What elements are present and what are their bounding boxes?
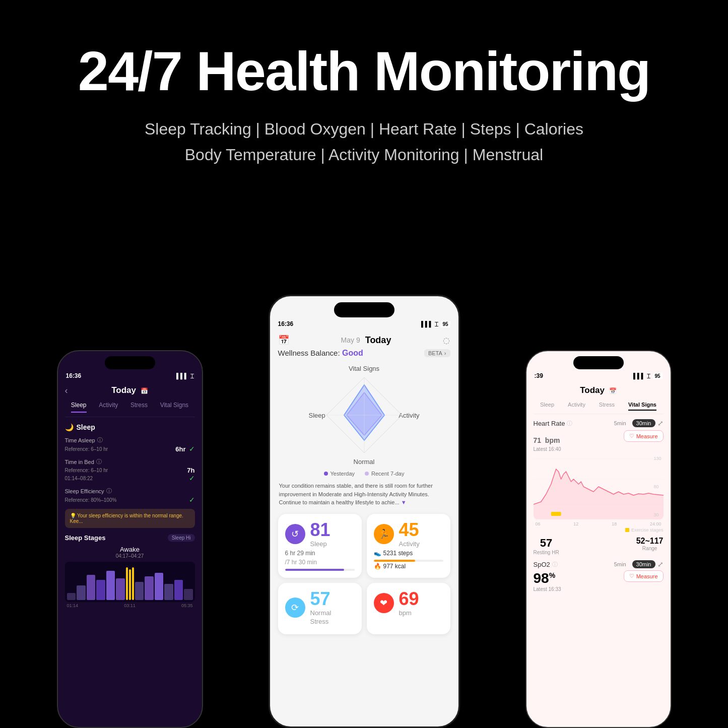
center-time: 16:36 [278,320,294,327]
right-phone-content: Today 📅 Sleep Activity Stress Vital Sign… [526,381,671,592]
activity-card-icon: 🏃 [374,524,394,544]
wellness-status: Good [342,349,363,357]
hr-header: Heart Rate ⓘ 5min 30min ⤢ [534,419,664,427]
left-status-bar: 16:36 ▌▌▌ ⌶ [58,369,202,381]
time-labels: 01:14 03:11 05:35 [65,602,195,608]
show-more-btn[interactable]: ▼ [401,499,407,505]
tab-sleep[interactable]: Sleep [71,402,87,413]
center-notch [334,302,394,317]
steps-icon: 👟 [374,550,381,557]
sleep-stages-header: Sleep Stages Sleep Hi [65,534,195,542]
exercise-legend: Exercise stages [534,527,664,533]
phone-left: 16:36 ▌▌▌ ⌶ ‹ Today 📅 Sleep Activity Str… [57,350,203,728]
right-status-bar: :39 ▌▌▌ ⌶ 95 [526,369,671,381]
resting-hr-block: 57 Resting HR [534,537,559,555]
resting-range-row: 57 Resting HR 52~117 Range [534,537,664,555]
sleep-card-icon-row: ↺ 81 Sleep [285,521,355,548]
legend-dot-recent [365,472,369,476]
expand-icon-hr[interactable]: ⤢ [657,419,664,427]
radar-label-bottom: Normal [354,458,375,466]
activity-card-label: Activity [399,540,420,548]
spo2-header: SpO2 ⓘ 5min 30min ⤢ [534,560,664,568]
tab-vital-signs[interactable]: Vital Signs [160,402,188,413]
phone-right: :39 ▌▌▌ ⌶ 95 Today 📅 Sleep Activity Stre… [525,350,672,728]
info-icon-spo2: ⓘ [552,561,558,568]
legend-dot-yesterday [324,472,328,476]
kcal-row: 🔥 977 kcal [374,563,443,570]
time-buttons-spo2: 5min 30min ⤢ [610,560,664,568]
sleep-chart [65,562,195,602]
time-asleep-row: Time Asleep ⓘ Reference: 6–10 hr 6hr ✓ [65,436,195,453]
30min-btn[interactable]: 30min [632,419,655,427]
stress-score: 57 [310,590,332,608]
exercise-dot [625,528,629,532]
5min-btn[interactable]: 5min [610,419,630,427]
time-in-bed-row: Time in Bed ⓘ Reference: 6–10 hr 7h 01:1… [65,458,195,482]
right-notch [573,356,624,369]
info-icon-eff: ⓘ [106,487,112,495]
signal-icon: ▌▌▌ [176,373,188,379]
check-eff: ✓ [189,496,195,504]
calendar-icon-center[interactable]: 📅 [278,335,289,346]
metric-cards-top: ↺ 81 Sleep 6 hr 29 min /7 hr 30 min [278,514,450,578]
sleep-tip: 💡 Your sleep efficiency is within the no… [65,509,195,528]
right-tab-activity[interactable]: Activity [568,402,585,411]
center-today: Today [365,335,391,346]
sleep-duration: 6 hr 29 min [285,550,355,557]
right-tab-sleep[interactable]: Sleep [540,402,554,411]
sleep-card-icon: ↺ [285,524,305,544]
sleep-efficiency-row: Sleep Efficiency ⓘ Reference: 80%–100% ✓ [65,487,195,504]
range-label: Range [636,546,664,551]
refresh-icon[interactable]: ◌ [443,336,450,345]
resting-hr-value: 57 [534,537,559,550]
sleep-progress-fill [285,569,344,571]
activity-score: 45 [399,521,420,539]
spo2-title: SpO2 [534,561,550,568]
stress-emoji: ⟳ [291,602,299,613]
sleep-score: 81 [310,521,330,539]
right-tab-vital-signs[interactable]: Vital Signs [628,402,656,411]
sleep-section-title: 🌙 Sleep [65,423,195,431]
center-date: May 9 [341,336,360,344]
tab-activity[interactable]: Activity [99,402,118,413]
center-status-icons: ▌▌▌ ⌶ 95 [421,321,450,327]
left-tab-bar: Sleep Activity Stress Vital Signs [65,398,195,417]
stress-sub-label: Stress [310,618,332,625]
wellness-description: Your condition remains stable, and there… [278,482,450,507]
wifi-icon-c: ⌶ [435,321,438,327]
wifi-icon: ⌶ [190,373,194,379]
right-tab-stress[interactable]: Stress [599,402,615,411]
back-button[interactable]: ‹ [65,385,68,396]
30min-btn-spo2[interactable]: 30min [632,560,655,568]
heart-card-icon-row: ❤ 69 bpm [374,590,443,617]
check-bed: ✓ [189,474,195,482]
activity-card-icon-row: 🏃 45 Activity [374,521,443,548]
legend-recent: Recent 7-day [365,471,404,477]
header-section: 24/7 Health Monitoring Sleep Tracking | … [0,0,728,188]
hr-bpm: 71 bpm [534,430,561,446]
expand-icon-spo2[interactable]: ⤢ [657,560,664,568]
right-time: :39 [535,372,543,379]
steps-progress-fill [374,560,416,562]
measure-btn-spo2[interactable]: ♡ Measure [624,570,664,582]
time-buttons-hr: 5min 30min ⤢ [610,419,664,427]
awake-label: Awake [65,546,195,553]
5min-btn-spo2[interactable]: 5min [610,560,630,568]
right-status-icons: ▌▌▌ ⌶ 95 [633,373,663,379]
heart-score: 69 [399,590,419,608]
stress-card: ⟳ 57 Normal Stress [278,583,362,634]
spo2-section: SpO2 ⓘ 5min 30min ⤢ 98% [534,560,664,592]
wifi-icon-r: ⌶ [647,373,650,379]
spo2-latest: Latest 16:33 [534,586,561,592]
measure-btn-hr[interactable]: ♡ Measure [624,430,664,442]
sleep-efficiency-label: Sleep Efficiency ⓘ [65,487,195,495]
hr-wave-icon: ♡ [629,433,634,439]
tip-icon: 💡 [70,513,76,518]
wellness-text: Wellness Balance: Good [278,349,363,358]
tab-stress[interactable]: Stress [130,402,148,413]
stress-card-icon: ⟳ [285,598,305,618]
sleep-eff-value-row: Reference: 80%–100% ✓ [65,496,195,504]
center-phone-content: 📅 May 9 Today ◌ Wellness Balance: Good B… [270,329,458,634]
activity-emoji: 🏃 [378,528,389,540]
right-header: Today 📅 [534,381,664,399]
